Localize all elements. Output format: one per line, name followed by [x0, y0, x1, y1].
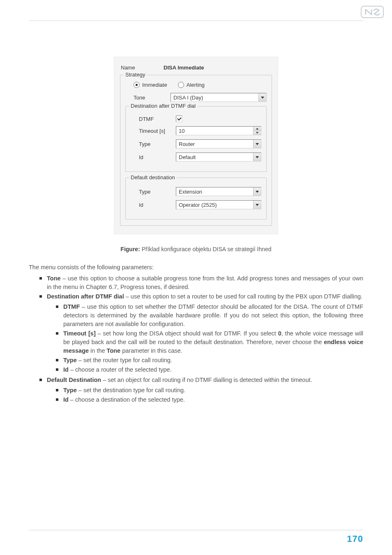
strategy-radio-row: Immediate Alerting: [134, 82, 267, 88]
dtmf-id-select[interactable]: Default: [176, 153, 261, 162]
stepper-down-icon[interactable]: [254, 131, 261, 135]
item-text: – set the router type for call routing.: [77, 357, 172, 363]
body-text: The menu consists of the following param…: [29, 263, 363, 404]
list-item: Type – set the destination type for call…: [63, 386, 363, 395]
chevron-down-icon: [253, 187, 261, 196]
item-heading: Id: [63, 396, 69, 403]
dd-type-row: Type Extension: [131, 187, 261, 196]
dtmf-id-value: Default: [179, 154, 196, 160]
item-text: – set how long the DISA object should wa…: [96, 330, 278, 337]
timeout-row: Timeout [s] 10: [131, 126, 261, 135]
tone-select-value: DISA I (Day): [173, 95, 203, 101]
list-item: Id – choose a router of the selected typ…: [63, 365, 363, 374]
radio-immediate-label: Immediate: [142, 82, 167, 88]
radio-icon: [178, 82, 184, 88]
item-text: – set the destination type for call rout…: [77, 387, 185, 393]
parameter-sublist: DTMF – use this option to set whether th…: [47, 303, 363, 374]
radio-alerting-label: Alerting: [187, 82, 205, 88]
tone-row: Tone DISA I (Day): [125, 93, 267, 102]
item-bold: 0: [278, 330, 281, 337]
item-heading: Type: [63, 357, 77, 363]
tone-label: Tone: [125, 95, 171, 101]
header-separator: [29, 21, 363, 21]
dtmf-type-row: Type Router: [131, 139, 261, 148]
default-destination-legend: Default destination: [129, 174, 177, 180]
figure-caption: Figure: Příklad konfigurace objektu DISA…: [29, 246, 363, 252]
timeout-value: 10: [176, 127, 253, 135]
parameter-list: Tone – use this option to choose a suita…: [29, 274, 363, 404]
item-text: – use this option to set a router to be …: [124, 293, 362, 300]
timeout-stepper[interactable]: 10: [176, 126, 261, 135]
name-value: DISA Immediate: [164, 65, 272, 71]
dd-type-value: Extension: [179, 189, 202, 195]
strategy-legend: Strategy: [124, 72, 147, 78]
item-text: in the: [89, 347, 107, 354]
chevron-down-icon: [253, 153, 261, 161]
dtmf-type-select[interactable]: Router: [176, 139, 261, 148]
stepper-buttons: [253, 127, 261, 135]
brand-logo: [361, 6, 384, 18]
item-heading: Type: [63, 387, 77, 393]
item-heading: Default Destination: [47, 377, 101, 383]
item-heading: Destination after DTMF dial: [47, 293, 124, 300]
figure-caption-prefix: Figure:: [120, 246, 141, 252]
disa-config-panel: Name DISA Immediate Strategy Immediate A…: [114, 57, 278, 234]
chevron-down-icon: [253, 201, 261, 209]
dd-id-select[interactable]: Operator (2525): [176, 200, 261, 209]
parameter-sublist: Type – set the destination type for call…: [47, 386, 363, 404]
timeout-label: Timeout [s]: [131, 128, 176, 134]
list-item: DTMF – use this option to set whether th…: [63, 303, 363, 328]
dd-id-label: Id: [131, 202, 176, 208]
strategy-fieldset: Strategy Immediate Alerting Tone DISA I …: [120, 75, 272, 226]
list-item: Destination after DTMF dial – use this o…: [47, 292, 363, 374]
list-item: Id – choose a destination of the selecte…: [63, 395, 363, 404]
item-text: – use this option to set whether the DTM…: [63, 303, 363, 327]
item-text: – set an object for call routing if no D…: [101, 377, 312, 383]
item-heading: Timeout [s]: [63, 330, 96, 337]
dd-id-row: Id Operator (2525): [131, 200, 261, 209]
dtmf-fieldset: Destination after DTMF dial DTMF Timeout…: [125, 106, 267, 172]
dd-type-select[interactable]: Extension: [176, 187, 261, 196]
dtmf-id-label: Id: [131, 154, 176, 160]
dtmf-row: DTMF: [131, 116, 261, 122]
dtmf-legend: Destination after DTMF dial: [129, 103, 197, 109]
dtmf-type-label: Type: [131, 141, 176, 147]
list-item: Type – set the router type for call rout…: [63, 356, 363, 365]
list-item: Timeout [s] – set how long the DISA obje…: [63, 329, 363, 355]
figure-caption-text: Příklad konfigurace objektu DISA se stra…: [142, 246, 272, 252]
radio-immediate[interactable]: Immediate: [134, 82, 167, 88]
dtmf-label: DTMF: [131, 116, 176, 122]
stepper-up-icon[interactable]: [254, 127, 261, 131]
dtmf-checkbox[interactable]: [176, 116, 182, 122]
item-text: – choose a router of the selected type.: [69, 366, 172, 373]
item-text: parameter in this case.: [120, 347, 182, 354]
chevron-down-icon: [253, 140, 261, 148]
radio-icon: [134, 82, 140, 88]
svg-rect-0: [361, 6, 383, 18]
dd-id-value: Operator (2525): [179, 202, 217, 208]
item-heading: Id: [63, 366, 69, 373]
name-row: Name DISA Immediate: [120, 65, 272, 71]
item-heading: DTMF: [63, 303, 80, 310]
item-text: – choose a destination of the selected t…: [69, 396, 185, 403]
item-text: – use this option to choose a suitable p…: [47, 275, 363, 290]
radio-alerting[interactable]: Alerting: [178, 82, 205, 88]
dd-type-label: Type: [131, 189, 176, 195]
footer: 170: [29, 530, 363, 544]
page-number: 170: [347, 534, 363, 544]
item-heading: Tone: [47, 275, 61, 282]
dtmf-id-row: Id Default: [131, 153, 261, 162]
dtmf-type-value: Router: [179, 141, 195, 147]
page: Name DISA Immediate Strategy Immediate A…: [0, 0, 392, 555]
tone-select[interactable]: DISA I (Day): [171, 93, 267, 102]
intro-text: The menu consists of the following param…: [29, 263, 363, 272]
item-bold: Tone: [107, 347, 121, 354]
default-destination-fieldset: Default destination Type Extension Id: [125, 178, 267, 220]
list-item: Tone – use this option to choose a suita…: [47, 274, 363, 291]
list-item: Default Destination – set an object for …: [47, 376, 363, 404]
chevron-down-icon: [258, 93, 266, 102]
name-label: Name: [120, 65, 164, 71]
